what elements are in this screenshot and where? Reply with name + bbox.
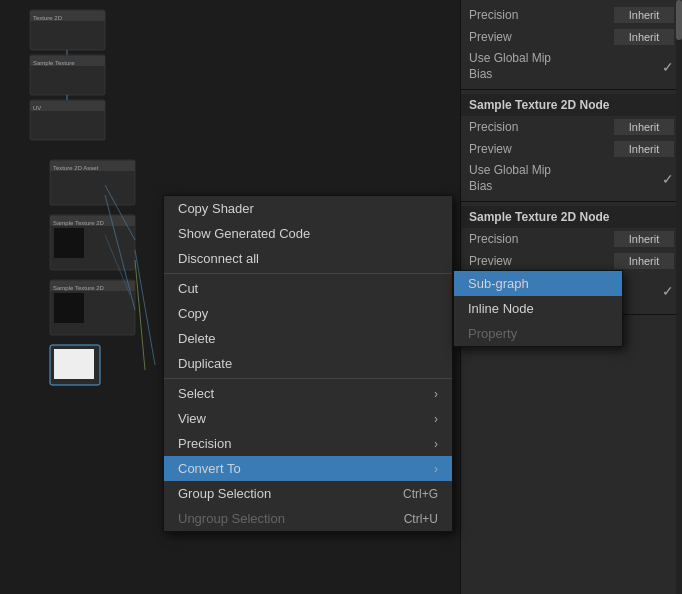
menu-item-show-generated[interactable]: Show Generated Code — [164, 221, 452, 246]
preview-value-1[interactable]: Inherit — [614, 29, 674, 45]
property-row-precision-1: Precision Inherit — [461, 4, 682, 26]
menu-separator-1 — [164, 273, 452, 274]
svg-rect-16 — [54, 228, 84, 258]
menu-item-duplicate[interactable]: Duplicate — [164, 351, 452, 376]
submenu-item-property[interactable]: Property — [454, 321, 622, 346]
menu-item-copy-shader[interactable]: Copy Shader — [164, 196, 452, 221]
context-menu: Copy Shader Show Generated Code Disconne… — [163, 195, 453, 532]
scrollbar-track[interactable] — [676, 0, 682, 594]
property-row-precision-2: Precision Inherit — [461, 116, 682, 138]
menu-item-disconnect-all[interactable]: Disconnect all — [164, 246, 452, 271]
mip-label-2: Use Global MipBias — [469, 163, 551, 194]
menu-item-cut[interactable]: Cut — [164, 276, 452, 301]
precision-value-1[interactable]: Inherit — [614, 7, 674, 23]
svg-text:Texture 2D: Texture 2D — [33, 15, 63, 21]
svg-text:Sample Texture 2D: Sample Texture 2D — [53, 220, 105, 226]
menu-item-delete[interactable]: Delete — [164, 326, 452, 351]
precision-arrow-icon: › — [434, 437, 438, 451]
section-title-3: Sample Texture 2D Node — [461, 206, 682, 228]
ungroup-shortcut: Ctrl+U — [404, 512, 438, 526]
menu-item-group-selection[interactable]: Group Selection Ctrl+G — [164, 481, 452, 506]
menu-item-precision[interactable]: Precision › — [164, 431, 452, 456]
submenu-item-inline-node[interactable]: Inline Node — [454, 296, 622, 321]
mip-check-3: ✓ — [662, 283, 674, 299]
mip-label-1: Use Global MipBias — [469, 51, 551, 82]
preview-value-2[interactable]: Inherit — [614, 141, 674, 157]
svg-text:Texture 2D Asset: Texture 2D Asset — [53, 165, 99, 171]
svg-rect-22 — [54, 349, 94, 379]
menu-item-select[interactable]: Select › — [164, 381, 452, 406]
menu-item-ungroup-selection[interactable]: Ungroup Selection Ctrl+U — [164, 506, 452, 531]
property-row-precision-3: Precision Inherit — [461, 228, 682, 250]
property-row-mip-2: Use Global MipBias ✓ — [461, 160, 682, 197]
convert-arrow-icon: › — [434, 462, 438, 476]
svg-text:Sample Texture: Sample Texture — [33, 60, 75, 66]
section-title-2: Sample Texture 2D Node — [461, 94, 682, 116]
precision-value-3[interactable]: Inherit — [614, 231, 674, 247]
precision-value-2[interactable]: Inherit — [614, 119, 674, 135]
property-section-2: Sample Texture 2D Node Precision Inherit… — [461, 90, 682, 202]
submenu-convert-to: Sub-graph Inline Node Property — [453, 270, 623, 347]
property-section-1: Precision Inherit Preview Inherit Use Gl… — [461, 0, 682, 90]
mip-check-1: ✓ — [662, 59, 674, 75]
svg-text:UV: UV — [33, 105, 41, 111]
property-row-preview-1: Preview Inherit — [461, 26, 682, 48]
view-arrow-icon: › — [434, 412, 438, 426]
preview-label-1: Preview — [469, 30, 512, 44]
precision-label-1: Precision — [469, 8, 518, 22]
submenu-item-sub-graph[interactable]: Sub-graph — [454, 271, 622, 296]
menu-item-convert-to[interactable]: Convert To › — [164, 456, 452, 481]
scrollbar-thumb[interactable] — [676, 0, 682, 40]
menu-item-copy[interactable]: Copy — [164, 301, 452, 326]
group-shortcut: Ctrl+G — [403, 487, 438, 501]
precision-label-3: Precision — [469, 232, 518, 246]
mip-check-2: ✓ — [662, 171, 674, 187]
precision-label-2: Precision — [469, 120, 518, 134]
preview-value-3[interactable]: Inherit — [614, 253, 674, 269]
menu-item-view[interactable]: View › — [164, 406, 452, 431]
property-row-mip-1: Use Global MipBias ✓ — [461, 48, 682, 85]
svg-text:Sample Texture 2D: Sample Texture 2D — [53, 285, 105, 291]
menu-separator-2 — [164, 378, 452, 379]
property-row-preview-2: Preview Inherit — [461, 138, 682, 160]
preview-label-2: Preview — [469, 142, 512, 156]
preview-label-3: Preview — [469, 254, 512, 268]
select-arrow-icon: › — [434, 387, 438, 401]
svg-rect-20 — [54, 293, 84, 323]
